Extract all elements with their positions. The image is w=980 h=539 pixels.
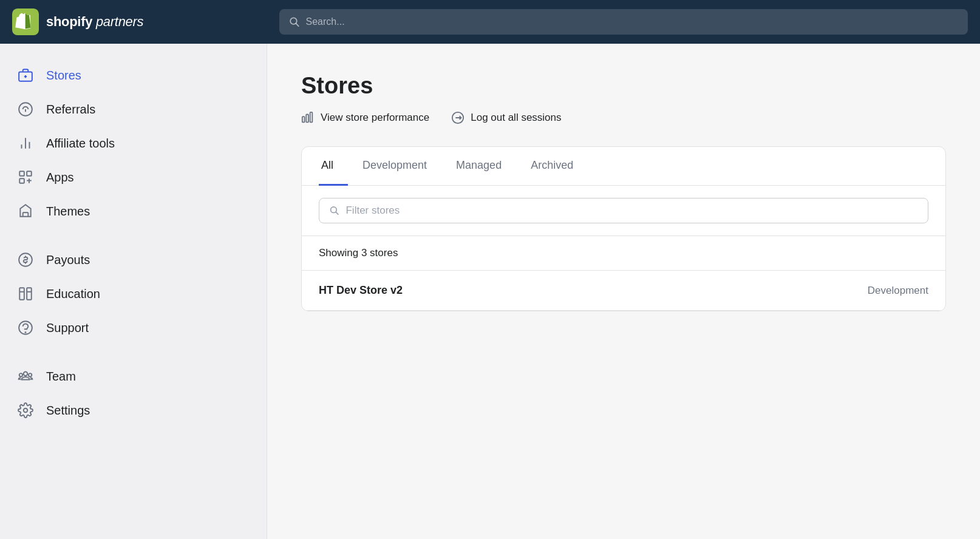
tab-all[interactable]: All xyxy=(319,147,348,186)
logo-area: shopify partners xyxy=(12,8,279,35)
affiliate-tools-icon xyxy=(17,135,34,152)
global-search-input[interactable] xyxy=(306,16,958,27)
sidebar-label-apps: Apps xyxy=(46,171,74,185)
stores-icon xyxy=(17,67,34,84)
sidebar-label-settings: Settings xyxy=(46,404,90,418)
svg-point-26 xyxy=(19,373,22,376)
filter-area xyxy=(302,186,945,236)
tabs: All Development Managed Archived xyxy=(302,147,945,186)
svg-line-2 xyxy=(296,24,298,26)
logo-text: shopify partners xyxy=(46,14,143,30)
sidebar-label-education: Education xyxy=(46,287,100,301)
sidebar-item-team[interactable]: Team xyxy=(0,359,267,393)
sidebar-item-stores[interactable]: Stores xyxy=(0,58,267,92)
sidebar-item-support[interactable]: Support xyxy=(0,311,267,345)
table-row[interactable]: HT Dev Store v2 Development xyxy=(302,271,945,311)
sidebar-label-referrals: Referrals xyxy=(46,103,95,117)
tab-managed[interactable]: Managed xyxy=(441,147,516,186)
filter-stores-input[interactable] xyxy=(345,205,918,217)
sidebar-label-themes: Themes xyxy=(46,205,90,219)
svg-rect-13 xyxy=(19,178,24,183)
themes-icon xyxy=(17,203,34,220)
page-title: Stores xyxy=(301,73,946,99)
svg-point-25 xyxy=(24,371,28,376)
sidebar-item-payouts[interactable]: Payouts xyxy=(0,243,267,277)
search-bar[interactable] xyxy=(279,9,968,35)
actions-row: View store performance Log out all sessi… xyxy=(301,111,946,124)
search-icon xyxy=(289,16,300,27)
header: shopify partners xyxy=(0,0,980,44)
chart-icon xyxy=(301,111,315,124)
showing-count: Showing 3 stores xyxy=(302,236,945,271)
filter-search-icon xyxy=(329,205,339,216)
team-icon xyxy=(17,368,34,385)
svg-point-27 xyxy=(29,373,32,376)
svg-rect-20 xyxy=(27,288,32,300)
tab-development[interactable]: Development xyxy=(348,147,441,186)
main-layout: Stores Referrals Affiliate xyxy=(0,44,980,539)
svg-rect-29 xyxy=(302,117,305,122)
svg-rect-31 xyxy=(310,112,313,123)
sidebar-divider-1 xyxy=(0,228,267,243)
store-type: Development xyxy=(868,285,928,297)
svg-point-28 xyxy=(24,408,28,413)
sidebar-item-themes[interactable]: Themes xyxy=(0,194,267,228)
logout-sessions-label: Log out all sessions xyxy=(471,112,561,124)
sidebar-item-settings[interactable]: Settings xyxy=(0,393,267,427)
sidebar-item-referrals[interactable]: Referrals xyxy=(0,92,267,126)
sidebar-label-payouts: Payouts xyxy=(46,253,90,267)
sidebar-item-education[interactable]: Education xyxy=(0,277,267,311)
stores-card: All Development Managed Archived Showing… xyxy=(301,146,946,311)
svg-rect-30 xyxy=(306,115,308,123)
store-name: HT Dev Store v2 xyxy=(319,284,403,297)
shopify-logo-icon xyxy=(12,8,39,35)
education-icon xyxy=(17,285,34,302)
svg-point-24 xyxy=(25,332,26,333)
apps-icon xyxy=(17,169,34,186)
payouts-icon xyxy=(17,251,34,268)
support-icon xyxy=(17,319,34,336)
svg-rect-19 xyxy=(19,288,24,300)
tab-archived[interactable]: Archived xyxy=(516,147,588,186)
sidebar: Stores Referrals Affiliate xyxy=(0,44,267,539)
view-performance-label: View store performance xyxy=(321,112,429,124)
svg-line-34 xyxy=(336,212,338,214)
sidebar-label-affiliate-tools: Affiliate tools xyxy=(46,137,115,151)
view-performance-link[interactable]: View store performance xyxy=(301,111,429,124)
logout-sessions-link[interactable]: Log out all sessions xyxy=(451,111,561,124)
sidebar-label-team: Team xyxy=(46,370,76,384)
svg-rect-11 xyxy=(19,171,24,176)
sidebar-divider-2 xyxy=(0,345,267,359)
main-content: Stores View store performance Log out al… xyxy=(267,44,980,539)
sidebar-item-apps[interactable]: Apps xyxy=(0,160,267,194)
sidebar-item-affiliate-tools[interactable]: Affiliate tools xyxy=(0,126,267,160)
svg-marker-14 xyxy=(20,205,30,217)
referrals-icon xyxy=(17,101,34,118)
sidebar-label-support: Support xyxy=(46,321,89,335)
svg-rect-12 xyxy=(27,171,32,176)
filter-input-wrap[interactable] xyxy=(319,198,928,223)
settings-icon xyxy=(17,402,34,419)
sidebar-label-stores: Stores xyxy=(46,69,81,83)
logout-icon xyxy=(451,111,464,124)
